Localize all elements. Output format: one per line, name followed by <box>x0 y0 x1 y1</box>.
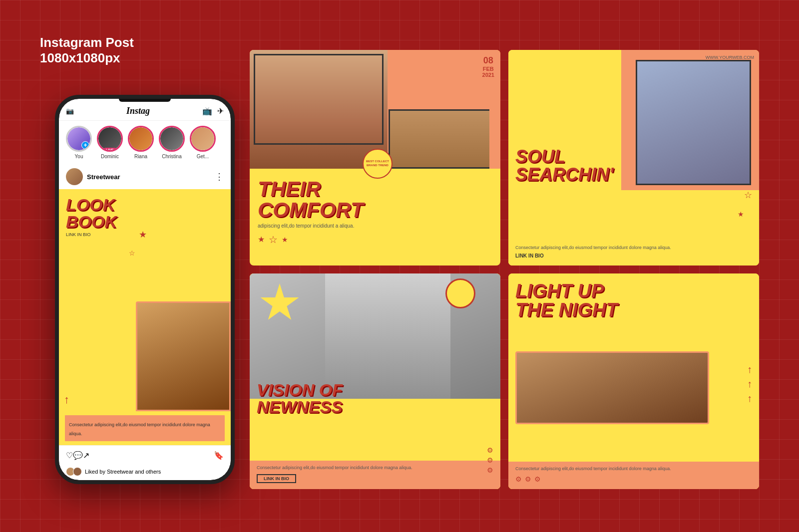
star-deco-1: ★ <box>139 229 147 240</box>
card2-big-text: SOUL SEARCHIN' <box>515 148 614 184</box>
card3-link-btn[interactable]: LINK IN BIO <box>257 474 296 483</box>
phone-screen: 📷 Instag 📺 ✈ + You LIVE Dominic <box>59 99 231 480</box>
circle-badge: BEST COLLECT BRAND TREND <box>363 149 393 179</box>
add-story-badge: + <box>81 141 89 149</box>
card2-url: WWW.YOURWEB.COM <box>508 55 754 60</box>
card4-gear-1: ⚙ <box>515 475 522 483</box>
card4-gear-2: ⚙ <box>525 475 531 483</box>
post-username: Streetwear <box>87 173 120 181</box>
story-christina[interactable]: Christina <box>159 126 185 159</box>
story-you-label: You <box>75 154 83 159</box>
card4-small-text: Consectetur adipiscing elit,do eiusmod t… <box>515 466 752 472</box>
card2-small-text: Consectetur adipiscing elit,do eiusmod t… <box>515 245 752 251</box>
live-badge: LIVE <box>104 148 116 152</box>
share-icon[interactable]: ↗ <box>83 451 89 460</box>
post-header: Streetwear ⋮ <box>59 164 231 189</box>
card-their-comfort: 08 FEB 2021 BEST COLLECT BRAND TREND THE… <box>250 50 500 266</box>
card3-photo <box>250 273 500 399</box>
card3-bottom: Consectetur adipiscing elit,do eiusmod t… <box>250 461 500 489</box>
gear-icon-2: ⚙ <box>487 456 493 464</box>
liked-avatar-2 <box>73 467 82 476</box>
arrow-2: ↑ <box>747 378 752 390</box>
card1-bottom: THEIR COMFORT adipiscing elit,do tempor … <box>250 169 500 266</box>
arrow-up-icon: ↑ <box>64 393 69 406</box>
card4-arrows: ↑ ↑ ↑ <box>747 364 752 404</box>
liked-text: Liked by Streetwear and others <box>85 469 161 475</box>
card4-gear-3: ⚙ <box>534 475 541 483</box>
story-christina-label: Christina <box>162 154 181 159</box>
heart-icon[interactable]: ♡ <box>66 451 73 460</box>
gear-icon-3: ⚙ <box>487 466 493 474</box>
arrow-3: ↑ <box>747 393 752 404</box>
story-dominic[interactable]: LIVE Dominic <box>97 126 123 159</box>
liked-row: Liked by Streetwear and others <box>59 465 231 480</box>
date-badge: 08 FEB 2021 <box>482 56 494 78</box>
star-outline-1: ☆ <box>269 234 278 246</box>
phone-caption-box: Consectetur adipiscing elit,do eiusmod t… <box>64 414 226 442</box>
card1-small-text: adipiscing elit,do tempor incididunt a a… <box>258 223 492 230</box>
ig-tv-icon: 📺 <box>202 106 212 116</box>
card2-star-2: ★ <box>738 210 744 218</box>
story-you[interactable]: + You <box>66 126 92 159</box>
card1-stars: ★ ☆ ★ <box>258 234 492 246</box>
title-line1: Instagram Post <box>40 35 134 50</box>
card1-photo1 <box>250 50 388 169</box>
sun-circle <box>445 278 475 308</box>
post-card: LOOK BOOK LINK IN BIO ★ ☆ ↑ C <box>59 189 231 445</box>
card3-big-text: VISION OF NEWNESS <box>257 381 343 415</box>
camera-icon: 📷 <box>66 107 74 115</box>
ig-logo: Instag <box>126 106 150 116</box>
card4-big-text: LIGHT UP THE NIGHT <box>508 273 759 323</box>
comment-icon[interactable]: 💬 <box>73 451 83 460</box>
star-filled-2: ★ <box>282 236 288 244</box>
arrow-1: ↑ <box>747 364 752 375</box>
card2-photo-frame <box>636 60 751 185</box>
gear-icon-1: ⚙ <box>487 446 493 454</box>
card3-gear-icons: ⚙ ⚙ ⚙ <box>487 446 493 474</box>
card1-big-text: THEIR COMFORT <box>258 179 492 221</box>
bookmark-icon[interactable]: 🔖 <box>214 451 224 460</box>
card3-person <box>325 273 450 399</box>
story-dominic-label: Dominic <box>101 154 119 159</box>
post-menu-icon[interactable]: ⋮ <box>215 171 224 182</box>
liked-avatars <box>66 467 82 476</box>
cards-grid: 08 FEB 2021 BEST COLLECT BRAND TREND THE… <box>250 50 759 489</box>
send-icon: ✈ <box>217 106 224 116</box>
post-avatar <box>66 168 83 185</box>
story-riana[interactable]: Riana <box>128 126 154 159</box>
card1-photo2 <box>389 109 489 169</box>
card-vision-newness: VISION OF NEWNESS Consectetur adipiscing… <box>250 273 500 489</box>
story-riana-label: Riana <box>134 154 147 159</box>
story-get-label: Get... <box>197 154 209 159</box>
star-deco-2: ☆ <box>129 249 135 257</box>
card2-link-in-bio: LINK IN BIO <box>515 253 752 259</box>
card4-bottom: Consectetur adipiscing elit,do eiusmod t… <box>508 462 759 489</box>
card1-top: 08 FEB 2021 BEST COLLECT BRAND TREND <box>250 50 500 169</box>
phone-post-arrow-area: ↑ <box>64 393 69 406</box>
card2-star-1: ☆ <box>744 190 752 201</box>
post-user: Streetwear <box>66 168 120 185</box>
phone-post-photo <box>136 301 231 411</box>
phone-mockup: 📷 Instag 📺 ✈ + You LIVE Dominic <box>55 95 235 484</box>
story-get[interactable]: Get... <box>190 126 216 159</box>
card4-photo <box>515 351 709 425</box>
card1-right-col: 08 FEB 2021 <box>389 50 500 169</box>
ig-header-icons: 📺 ✈ <box>202 106 224 116</box>
title-area: Instagram Post 1080x1080px <box>40 35 134 66</box>
stories-row: + You LIVE Dominic Riana <box>59 121 231 164</box>
card4-gear-row: ⚙ ⚙ ⚙ <box>515 475 752 483</box>
ig-header: 📷 Instag 📺 ✈ <box>59 102 231 121</box>
title-line2: 1080x1080px <box>40 50 134 66</box>
star-filled-1: ★ <box>258 235 265 244</box>
card2-bottom: Consectetur adipiscing elit,do eiusmod t… <box>508 241 759 266</box>
card3-small-text: Consectetur adipiscing elit,do eiusmod t… <box>257 465 493 471</box>
card-soul-searchin: WWW.YOURWEB.COM SOUL SEARCHIN' Consectet… <box>508 50 759 266</box>
phone-bottom-bar: ♡ 💬 ↗ 🔖 <box>59 445 231 465</box>
phone-caption-text: Consectetur adipiscing elit,do eiusmod t… <box>69 422 210 436</box>
card-light-up-night: LIGHT UP THE NIGHT Consectetur adipiscin… <box>508 273 759 489</box>
